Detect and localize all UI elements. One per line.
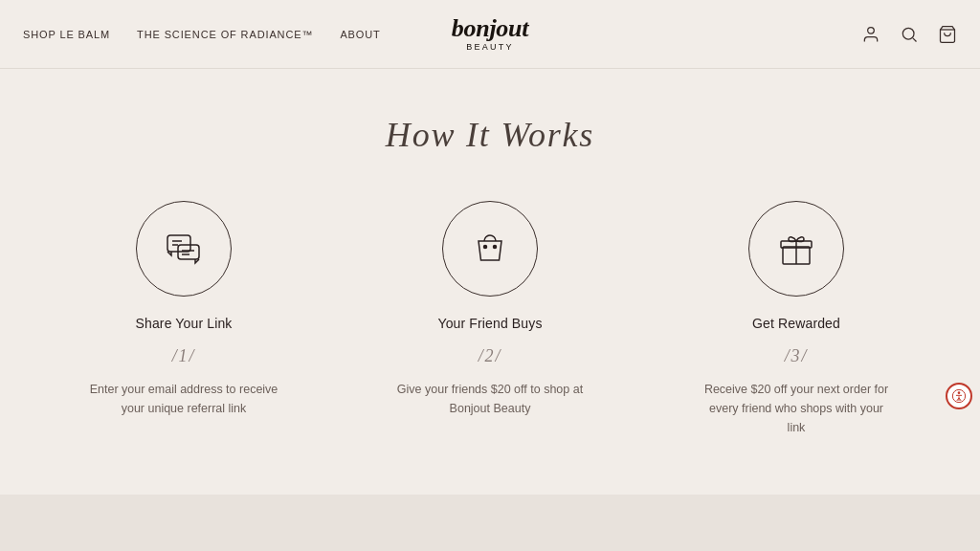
section-title: How It Works <box>0 115 980 155</box>
steps-container: Share Your Link /1/ Enter your email add… <box>31 201 949 437</box>
step-2-icon-circle <box>442 201 538 297</box>
step-1-number: /1/ <box>172 346 195 366</box>
step-1-desc: Enter your email address to receive your… <box>88 380 279 418</box>
logo-sub-text: BEAUTY <box>452 43 529 52</box>
svg-point-10 <box>484 246 487 249</box>
gift-icon <box>775 228 817 270</box>
step-1-label: Share Your Link <box>136 316 233 331</box>
step-3-number: /3/ <box>785 346 808 366</box>
svg-rect-4 <box>167 235 190 252</box>
step-2-number: /2/ <box>479 346 501 366</box>
step-2-desc: Give your friends $20 off to shop at Bon… <box>394 380 586 418</box>
step-3: Get Rewarded /3/ Receive $20 off your ne… <box>643 201 949 437</box>
search-icon[interactable] <box>900 25 919 44</box>
nav-shop-le-balm[interactable]: SHOP LE BALM <box>23 29 110 40</box>
svg-point-16 <box>958 391 961 394</box>
account-icon[interactable] <box>861 25 880 44</box>
step-1-icon-circle <box>136 201 232 297</box>
main-content: How It Works Share Your Link /1 <box>0 69 980 495</box>
site-logo[interactable]: bonjout BEAUTY <box>452 16 529 52</box>
nav-right <box>861 25 957 44</box>
nav-left: SHOP LE BALM THE SCIENCE OF RADIANCE™ AB… <box>23 29 381 40</box>
step-3-icon-circle <box>748 201 844 297</box>
nav-science[interactable]: THE SCIENCE OF RADIANCE™ <box>137 29 313 40</box>
svg-line-2 <box>913 37 917 41</box>
chat-icon <box>163 228 205 270</box>
cart-icon[interactable] <box>938 25 957 44</box>
svg-point-1 <box>902 28 914 39</box>
step-1: Share Your Link /1/ Enter your email add… <box>31 201 337 418</box>
bag-icon <box>469 228 511 270</box>
svg-point-11 <box>494 246 497 249</box>
step-3-label: Get Rewarded <box>752 316 840 331</box>
logo-main-text: bonjout <box>452 14 529 42</box>
step-3-desc: Receive $20 off your next order for ever… <box>701 380 892 437</box>
step-2-label: Your Friend Buys <box>437 316 542 331</box>
accessibility-icon <box>951 388 967 404</box>
svg-point-0 <box>868 27 875 33</box>
accessibility-button[interactable] <box>946 383 972 409</box>
below-fold <box>0 495 980 551</box>
site-header: SHOP LE BALM THE SCIENCE OF RADIANCE™ AB… <box>0 0 980 69</box>
nav-about[interactable]: ABOUT <box>340 29 380 40</box>
step-2: Your Friend Buys /2/ Give your friends $… <box>337 201 643 418</box>
